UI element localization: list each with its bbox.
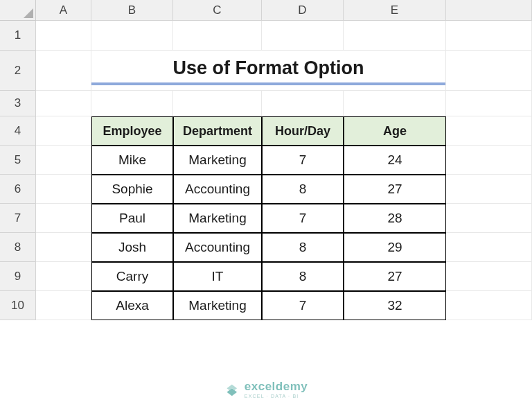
table-row[interactable]: 8: [262, 233, 344, 262]
column-header-a[interactable]: A: [36, 0, 91, 21]
table-header-age[interactable]: Age: [344, 116, 446, 146]
cell-f2[interactable]: [446, 51, 532, 91]
cell-d1[interactable]: [262, 21, 344, 51]
cell-c3[interactable]: [173, 91, 262, 116]
row-header-5[interactable]: 5: [0, 146, 36, 175]
cell-f7[interactable]: [446, 204, 532, 233]
cell-a1[interactable]: [36, 21, 91, 51]
cell-a10[interactable]: [36, 291, 91, 320]
table-row[interactable]: Accounting: [173, 175, 262, 204]
table-row[interactable]: 8: [262, 175, 344, 204]
cell-a5[interactable]: [36, 146, 91, 175]
table-row[interactable]: 7: [262, 291, 344, 320]
row-header-4[interactable]: 4: [0, 116, 36, 146]
table-row[interactable]: 7: [262, 204, 344, 233]
cell-a2[interactable]: [36, 51, 91, 91]
table-row[interactable]: Carry: [91, 262, 173, 291]
column-header-c[interactable]: C: [173, 0, 262, 21]
cell-a6[interactable]: [36, 175, 91, 204]
table-row[interactable]: Sophie: [91, 175, 173, 204]
cell-b1[interactable]: [91, 21, 173, 51]
page-title: Use of Format Option: [91, 56, 445, 85]
cell-f6[interactable]: [446, 175, 532, 204]
table-row[interactable]: Marketing: [173, 146, 262, 175]
table-row[interactable]: 24: [344, 146, 446, 175]
row-header-9[interactable]: 9: [0, 262, 36, 291]
row-header-3[interactable]: 3: [0, 91, 36, 116]
table-header-employee[interactable]: Employee: [91, 116, 173, 146]
table-row[interactable]: Paul: [91, 204, 173, 233]
cell-f3[interactable]: [446, 91, 532, 116]
watermark: exceldemy EXCEL · DATA · BI: [224, 381, 308, 399]
table-row[interactable]: 28: [344, 204, 446, 233]
cell-f4[interactable]: [446, 116, 532, 146]
cell-b3[interactable]: [91, 91, 173, 116]
table-row[interactable]: 27: [344, 175, 446, 204]
select-all-corner[interactable]: [0, 0, 36, 21]
table-row[interactable]: 8: [262, 262, 344, 291]
cell-e1[interactable]: [344, 21, 446, 51]
watermark-subtitle: EXCEL · DATA · BI: [245, 394, 308, 399]
row-header-7[interactable]: 7: [0, 204, 36, 233]
table-header-department[interactable]: Department: [173, 116, 262, 146]
exceldemy-logo-icon: [224, 382, 240, 397]
table-row[interactable]: 29: [344, 233, 446, 262]
column-header-b[interactable]: B: [91, 0, 173, 21]
cell-a8[interactable]: [36, 233, 91, 262]
cell-a9[interactable]: [36, 262, 91, 291]
cell-f8[interactable]: [446, 233, 532, 262]
table-row[interactable]: 27: [344, 262, 446, 291]
title-merged-cell[interactable]: Use of Format Option: [91, 51, 446, 91]
table-row[interactable]: Marketing: [173, 204, 262, 233]
table-row[interactable]: Josh: [91, 233, 173, 262]
row-header-10[interactable]: 10: [0, 291, 36, 320]
row-header-6[interactable]: 6: [0, 175, 36, 204]
cell-f5[interactable]: [446, 146, 532, 175]
spreadsheet-grid: A B C D E 1 2 Use of Format Option 3 4 E…: [0, 0, 532, 320]
cell-e3[interactable]: [344, 91, 446, 116]
table-row[interactable]: Alexa: [91, 291, 173, 320]
table-row[interactable]: Marketing: [173, 291, 262, 320]
row-header-8[interactable]: 8: [0, 233, 36, 262]
cell-f10[interactable]: [446, 291, 532, 320]
column-header-e[interactable]: E: [344, 0, 446, 21]
cell-a7[interactable]: [36, 204, 91, 233]
table-row[interactable]: 32: [344, 291, 446, 320]
table-row[interactable]: Mike: [91, 146, 173, 175]
column-header-blank[interactable]: [446, 0, 532, 21]
row-header-2[interactable]: 2: [0, 51, 36, 91]
cell-a4[interactable]: [36, 116, 91, 146]
table-row[interactable]: 7: [262, 146, 344, 175]
watermark-brand: exceldemy: [245, 381, 308, 392]
cell-f1[interactable]: [446, 21, 532, 51]
column-header-d[interactable]: D: [262, 0, 344, 21]
table-row[interactable]: IT: [173, 262, 262, 291]
row-header-1[interactable]: 1: [0, 21, 36, 51]
cell-c1[interactable]: [173, 21, 262, 51]
cell-a3[interactable]: [36, 91, 91, 116]
table-header-hourday[interactable]: Hour/Day: [262, 116, 344, 146]
cell-d3[interactable]: [262, 91, 344, 116]
table-row[interactable]: Accounting: [173, 233, 262, 262]
cell-f9[interactable]: [446, 262, 532, 291]
